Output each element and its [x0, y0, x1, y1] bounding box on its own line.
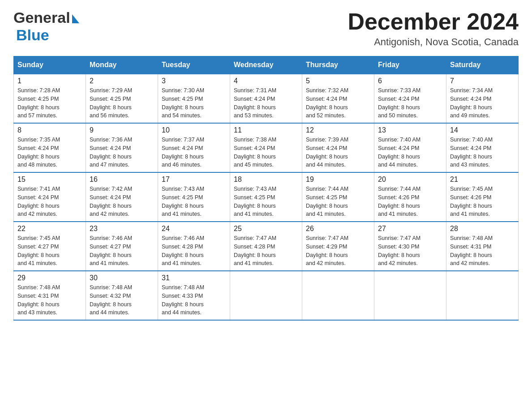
calendar-cell: 1 Sunrise: 7:28 AM Sunset: 4:25 PM Dayli… — [14, 74, 86, 123]
day-number: 19 — [306, 176, 370, 184]
day-info: Sunrise: 7:48 AM Sunset: 4:32 PM Dayligh… — [90, 284, 132, 316]
page-header: General Blue December 2024 Antigonish, N… — [13, 9, 519, 48]
day-number: 21 — [450, 176, 515, 184]
day-info: Sunrise: 7:45 AM Sunset: 4:27 PM Dayligh… — [17, 235, 60, 266]
calendar-cell: 25 Sunrise: 7:47 AM Sunset: 4:28 PM Dayl… — [230, 222, 302, 271]
day-number: 24 — [162, 225, 226, 233]
day-info: Sunrise: 7:47 AM Sunset: 4:30 PM Dayligh… — [378, 235, 420, 266]
day-info: Sunrise: 7:36 AM Sunset: 4:24 PM Dayligh… — [90, 137, 132, 168]
day-number: 29 — [17, 274, 82, 282]
day-number: 11 — [234, 126, 298, 134]
week-row-4: 22 Sunrise: 7:45 AM Sunset: 4:27 PM Dayl… — [14, 222, 519, 271]
day-number: 4 — [234, 77, 298, 85]
calendar-cell: 7 Sunrise: 7:34 AM Sunset: 4:24 PM Dayli… — [446, 74, 519, 123]
day-info: Sunrise: 7:48 AM Sunset: 4:31 PM Dayligh… — [450, 235, 493, 266]
day-info: Sunrise: 7:40 AM Sunset: 4:24 PM Dayligh… — [378, 137, 420, 168]
calendar-cell: 28 Sunrise: 7:48 AM Sunset: 4:31 PM Dayl… — [446, 222, 519, 271]
header-wednesday: Wednesday — [230, 56, 302, 74]
day-number: 12 — [306, 126, 370, 134]
header-tuesday: Tuesday — [158, 56, 230, 74]
day-info: Sunrise: 7:31 AM Sunset: 4:24 PM Dayligh… — [234, 87, 276, 119]
day-number: 3 — [162, 77, 226, 85]
week-row-5: 29 Sunrise: 7:48 AM Sunset: 4:31 PM Dayl… — [14, 271, 519, 320]
calendar-cell: 22 Sunrise: 7:45 AM Sunset: 4:27 PM Dayl… — [14, 222, 86, 271]
day-info: Sunrise: 7:33 AM Sunset: 4:24 PM Dayligh… — [378, 87, 420, 119]
calendar-cell: 18 Sunrise: 7:43 AM Sunset: 4:25 PM Dayl… — [230, 172, 302, 222]
logo-general-text: General — [13, 9, 70, 26]
day-info: Sunrise: 7:41 AM Sunset: 4:24 PM Dayligh… — [17, 186, 60, 217]
day-number: 9 — [90, 126, 154, 134]
day-number: 26 — [306, 225, 370, 233]
day-info: Sunrise: 7:44 AM Sunset: 4:25 PM Dayligh… — [306, 186, 348, 217]
day-number: 27 — [378, 225, 442, 233]
day-info: Sunrise: 7:38 AM Sunset: 4:24 PM Dayligh… — [234, 137, 276, 168]
day-info: Sunrise: 7:48 AM Sunset: 4:33 PM Dayligh… — [162, 284, 204, 316]
day-number: 20 — [378, 176, 442, 184]
day-number: 1 — [17, 77, 82, 85]
day-info: Sunrise: 7:39 AM Sunset: 4:24 PM Dayligh… — [306, 137, 348, 168]
day-info: Sunrise: 7:44 AM Sunset: 4:26 PM Dayligh… — [378, 186, 420, 217]
header-friday: Friday — [374, 56, 446, 74]
day-number: 15 — [17, 176, 82, 184]
month-year-title: December 2024 — [348, 9, 519, 34]
day-info: Sunrise: 7:42 AM Sunset: 4:24 PM Dayligh… — [90, 186, 132, 217]
logo-blue-text: Blue — [16, 26, 49, 44]
day-info: Sunrise: 7:29 AM Sunset: 4:25 PM Dayligh… — [90, 87, 132, 119]
day-info: Sunrise: 7:43 AM Sunset: 4:25 PM Dayligh… — [162, 186, 204, 217]
calendar-cell: 6 Sunrise: 7:33 AM Sunset: 4:24 PM Dayli… — [374, 74, 446, 123]
calendar-cell: 2 Sunrise: 7:29 AM Sunset: 4:25 PM Dayli… — [86, 74, 158, 123]
day-number: 14 — [450, 126, 515, 134]
day-number: 25 — [234, 225, 298, 233]
calendar-cell: 12 Sunrise: 7:39 AM Sunset: 4:24 PM Dayl… — [302, 123, 374, 172]
weekday-header-row: Sunday Monday Tuesday Wednesday Thursday… — [14, 56, 519, 74]
calendar-cell: 31 Sunrise: 7:48 AM Sunset: 4:33 PM Dayl… — [158, 271, 230, 320]
calendar-cell: 3 Sunrise: 7:30 AM Sunset: 4:25 PM Dayli… — [158, 74, 230, 123]
day-number: 30 — [90, 274, 154, 282]
header-thursday: Thursday — [302, 56, 374, 74]
location-subtitle: Antigonish, Nova Scotia, Canada — [348, 36, 519, 48]
day-info: Sunrise: 7:47 AM Sunset: 4:29 PM Dayligh… — [306, 235, 348, 266]
day-number: 18 — [234, 176, 298, 184]
calendar-cell: 20 Sunrise: 7:44 AM Sunset: 4:26 PM Dayl… — [374, 172, 446, 222]
calendar-cell: 30 Sunrise: 7:48 AM Sunset: 4:32 PM Dayl… — [86, 271, 158, 320]
calendar-cell: 4 Sunrise: 7:31 AM Sunset: 4:24 PM Dayli… — [230, 74, 302, 123]
calendar-cell: 21 Sunrise: 7:45 AM Sunset: 4:26 PM Dayl… — [446, 172, 519, 222]
calendar-cell: 15 Sunrise: 7:41 AM Sunset: 4:24 PM Dayl… — [14, 172, 86, 222]
day-info: Sunrise: 7:37 AM Sunset: 4:24 PM Dayligh… — [162, 137, 204, 168]
day-number: 2 — [90, 77, 154, 85]
logo-arrow-icon — [72, 14, 79, 23]
calendar-cell: 29 Sunrise: 7:48 AM Sunset: 4:31 PM Dayl… — [14, 271, 86, 320]
calendar-cell — [446, 271, 519, 320]
calendar-cell: 16 Sunrise: 7:42 AM Sunset: 4:24 PM Dayl… — [86, 172, 158, 222]
day-info: Sunrise: 7:30 AM Sunset: 4:25 PM Dayligh… — [162, 87, 204, 119]
calendar-cell: 23 Sunrise: 7:46 AM Sunset: 4:27 PM Dayl… — [86, 222, 158, 271]
calendar-cell — [374, 271, 446, 320]
day-info: Sunrise: 7:46 AM Sunset: 4:27 PM Dayligh… — [90, 235, 132, 266]
day-number: 8 — [17, 126, 82, 134]
day-number: 7 — [450, 77, 515, 85]
day-number: 31 — [162, 274, 226, 282]
calendar-cell: 13 Sunrise: 7:40 AM Sunset: 4:24 PM Dayl… — [374, 123, 446, 172]
calendar-cell: 17 Sunrise: 7:43 AM Sunset: 4:25 PM Dayl… — [158, 172, 230, 222]
calendar-cell: 26 Sunrise: 7:47 AM Sunset: 4:29 PM Dayl… — [302, 222, 374, 271]
day-info: Sunrise: 7:48 AM Sunset: 4:31 PM Dayligh… — [17, 284, 60, 316]
header-sunday: Sunday — [14, 56, 86, 74]
calendar-cell: 27 Sunrise: 7:47 AM Sunset: 4:30 PM Dayl… — [374, 222, 446, 271]
calendar-cell: 14 Sunrise: 7:40 AM Sunset: 4:24 PM Dayl… — [446, 123, 519, 172]
day-info: Sunrise: 7:46 AM Sunset: 4:28 PM Dayligh… — [162, 235, 204, 266]
week-row-2: 8 Sunrise: 7:35 AM Sunset: 4:24 PM Dayli… — [14, 123, 519, 172]
header-monday: Monday — [86, 56, 158, 74]
calendar-cell: 5 Sunrise: 7:32 AM Sunset: 4:24 PM Dayli… — [302, 74, 374, 123]
calendar-cell: 9 Sunrise: 7:36 AM Sunset: 4:24 PM Dayli… — [86, 123, 158, 172]
title-block: December 2024 Antigonish, Nova Scotia, C… — [348, 9, 519, 48]
day-number: 13 — [378, 126, 442, 134]
header-saturday: Saturday — [446, 56, 519, 74]
day-number: 17 — [162, 176, 226, 184]
calendar-cell: 10 Sunrise: 7:37 AM Sunset: 4:24 PM Dayl… — [158, 123, 230, 172]
day-info: Sunrise: 7:32 AM Sunset: 4:24 PM Dayligh… — [306, 87, 348, 119]
day-info: Sunrise: 7:35 AM Sunset: 4:24 PM Dayligh… — [17, 137, 60, 168]
day-info: Sunrise: 7:47 AM Sunset: 4:28 PM Dayligh… — [234, 235, 276, 266]
calendar-cell: 19 Sunrise: 7:44 AM Sunset: 4:25 PM Dayl… — [302, 172, 374, 222]
logo: General Blue — [13, 9, 79, 44]
calendar-cell — [302, 271, 374, 320]
